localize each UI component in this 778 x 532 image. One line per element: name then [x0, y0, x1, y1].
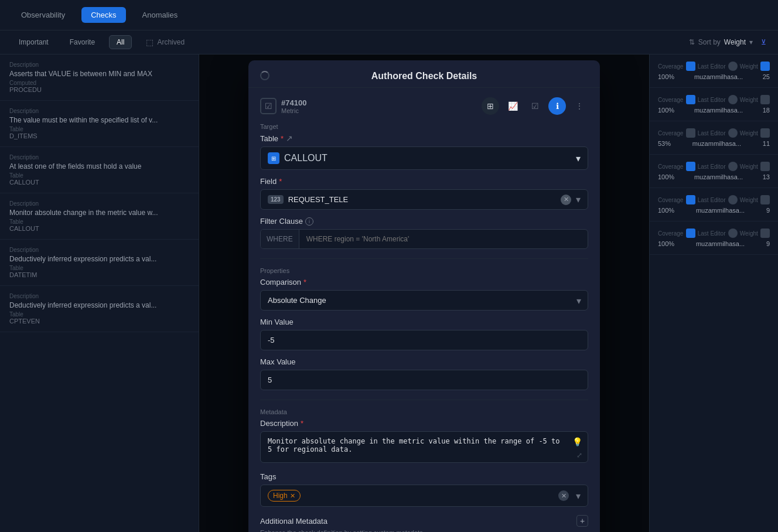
dialog-body: ☑ #74100 Metric ⊞ 📈 ☑ ℹ — [248, 88, 600, 532]
coverage-icon-2 — [686, 128, 695, 138]
action-table-icon[interactable]: ⊞ — [482, 97, 499, 115]
properties-divider — [260, 258, 588, 259]
action-chart-icon[interactable]: 📈 — [504, 97, 521, 115]
field-value: REQUEST_TELE — [288, 195, 556, 204]
field-input-row[interactable]: 123 REQUEST_TELE ✕ ▾ — [260, 189, 588, 210]
table-required: * — [281, 134, 284, 143]
table-select[interactable]: ⊞ CALLOUT ▾ — [260, 146, 588, 170]
top-nav: Observability Checks Anomalies — [0, 0, 778, 30]
right-item: Coverage Last Editor Weight 53% muzammil… — [650, 121, 778, 155]
nav-anomalies[interactable]: Anomalies — [133, 7, 187, 23]
right-item: Coverage Last Editor Weight 100% muzammi… — [650, 221, 778, 255]
right-item: Coverage Last Editor Weight 100% muzammi… — [650, 188, 778, 221]
description-wrapper: Monitor absolute change in the metric va… — [260, 431, 588, 465]
table-label: Table * ↗ — [260, 134, 588, 143]
sort-control: ⇅ Sort by Weight ▾ ⊻ — [689, 38, 766, 46]
target-section-label: Target — [260, 123, 588, 130]
left-list: Description Asserts that VALUE is betwee… — [0, 54, 199, 532]
filter-all[interactable]: All — [109, 35, 132, 49]
additional-metadata: Additional Metadata + Enhance the check … — [260, 515, 588, 532]
check-checkbox-icon: ☑ — [260, 98, 277, 114]
weight-icon-4 — [760, 195, 770, 204]
main-content: Description Asserts that VALUE is betwee… — [0, 54, 778, 532]
filter-input[interactable] — [299, 230, 588, 248]
list-item[interactable]: Description The value must be within the… — [0, 101, 199, 147]
comparison-value: Absolute Change — [268, 296, 326, 305]
additional-meta-add-btn[interactable]: + — [576, 515, 588, 527]
right-item: Coverage Last Editor Weight 100% muzammi… — [650, 88, 778, 121]
weight-icon-3 — [760, 162, 770, 171]
field-clear-btn[interactable]: ✕ — [561, 195, 571, 205]
check-id-row: ☑ #74100 Metric ⊞ 📈 ☑ ℹ — [260, 97, 588, 115]
list-item[interactable]: Description Deductively inferred express… — [0, 240, 199, 286]
field-type-badge: 123 — [268, 195, 284, 204]
filter-clause-label: Filter Clause i — [260, 217, 588, 226]
metadata-label: Metadata — [260, 408, 588, 415]
editor-icon-0 — [728, 62, 738, 71]
additional-meta-label: Additional Metadata — [260, 517, 327, 526]
editor-icon-4 — [728, 195, 738, 204]
coverage-icon-5 — [686, 229, 695, 238]
modal-overlay: Authored Check Details ☑ #74100 Metric — [199, 54, 649, 532]
description-ai-icon[interactable]: 💡 — [572, 437, 582, 446]
list-item[interactable]: Description Monitor absolute change in t… — [0, 193, 199, 240]
filter-important[interactable]: Important — [12, 36, 56, 49]
editor-icon-2 — [728, 128, 738, 138]
max-value-label: Max Value — [260, 357, 588, 366]
comparison-select[interactable]: Absolute Change — [260, 290, 588, 311]
coverage-icon-3 — [686, 162, 695, 171]
tag-value: High — [273, 492, 288, 500]
nav-checks[interactable]: Checks — [81, 7, 125, 23]
check-id: #74100 — [281, 98, 306, 107]
action-more-icon[interactable]: ⋮ — [571, 97, 588, 115]
center-area: Authored Check Details ☑ #74100 Metric — [199, 54, 649, 532]
dialog-title: Authored Check Details — [371, 71, 477, 81]
metadata-divider — [260, 400, 588, 400]
properties-label: Properties — [260, 267, 588, 274]
filter-info-icon[interactable]: i — [305, 217, 313, 226]
list-item[interactable]: Description Asserts that VALUE is betwee… — [0, 54, 199, 101]
filter-favorite[interactable]: Favorite — [63, 36, 102, 49]
nav-observability[interactable]: Observability — [12, 7, 74, 23]
tag-high[interactable]: High ✕ — [268, 490, 301, 502]
tags-clear-btn[interactable]: ✕ — [558, 490, 569, 501]
description-expand-icon[interactable]: ⤢ — [576, 451, 582, 459]
comparison-select-wrapper: Absolute Change — [260, 290, 588, 311]
sort-value[interactable]: Weight — [724, 38, 746, 46]
sort-icon: ⇅ — [689, 38, 695, 46]
list-item[interactable]: Description Deductively inferred express… — [0, 286, 199, 332]
desc-required: * — [301, 419, 303, 428]
field-label: Field * — [260, 177, 588, 186]
additional-meta-header: Additional Metadata + — [260, 515, 588, 527]
right-item: Coverage Last Editor Weight 100% muzammi… — [650, 54, 778, 88]
coverage-icon-0 — [686, 62, 695, 71]
sort-chevron: ▾ — [749, 38, 753, 46]
tags-input[interactable]: High ✕ ✕ ▾ — [260, 485, 588, 507]
loading-spinner — [260, 71, 269, 80]
filter-row: Important Favorite All ⬚ Archived ⇅ Sort… — [0, 30, 778, 54]
max-value-input[interactable] — [260, 370, 588, 390]
min-value-input[interactable] — [260, 330, 588, 350]
editor-icon-5 — [728, 229, 738, 238]
field-required: * — [279, 177, 282, 186]
table-grid-icon: ⊞ — [268, 152, 279, 164]
additional-meta-subtitle: Enhance the check definition by setting … — [260, 529, 588, 532]
archived-label[interactable]: Archived — [157, 38, 185, 46]
editor-icon-3 — [728, 162, 738, 171]
filter-prefix: WHERE — [261, 230, 299, 248]
filter-icon[interactable]: ⊻ — [761, 38, 766, 46]
action-check-icon[interactable]: ☑ — [526, 97, 544, 115]
min-value-label: Min Value — [260, 318, 588, 326]
filter-input-wrapper: WHERE — [260, 229, 588, 249]
field-dropdown-arrow[interactable]: ▾ — [576, 194, 581, 205]
list-item[interactable]: Description At least one of the fields m… — [0, 147, 199, 193]
tag-remove-btn[interactable]: ✕ — [290, 492, 295, 500]
weight-icon-2 — [760, 128, 770, 138]
table-link-icon[interactable]: ↗ — [286, 134, 293, 143]
tags-dropdown-arrow[interactable]: ▾ — [576, 490, 581, 502]
tags-label: Tags — [260, 472, 588, 481]
coverage-icon-1 — [686, 95, 695, 104]
archive-icon: ⬚ — [146, 37, 153, 47]
description-textarea[interactable]: Monitor absolute change in the metric va… — [260, 431, 588, 463]
action-info-icon[interactable]: ℹ — [548, 97, 566, 115]
